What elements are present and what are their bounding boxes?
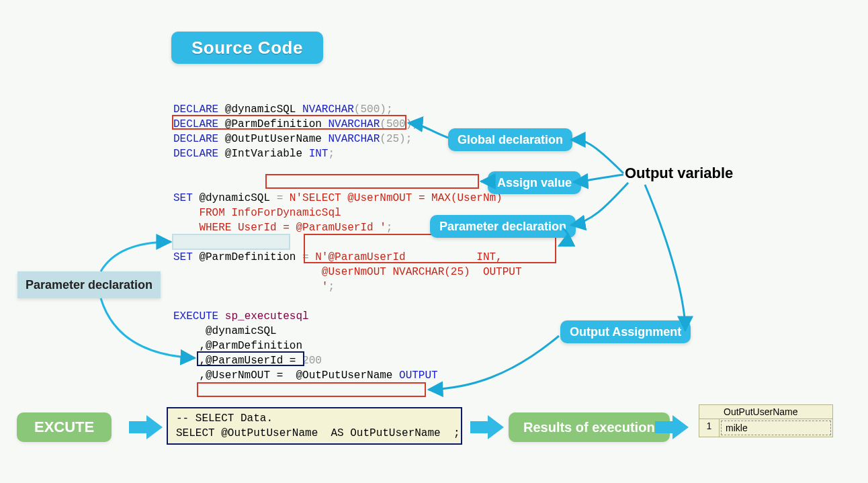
results-badge: Results of execution xyxy=(509,412,670,442)
badge-output-assignment: Output Assignment xyxy=(560,320,691,343)
badge-global-declaration: Global declaration xyxy=(448,128,572,151)
result-row-index: 1 xyxy=(699,419,720,437)
source-code-title: Source Code xyxy=(171,32,323,64)
result-table: OutPutUserName 1 mikle xyxy=(699,404,833,437)
badge-assign-value: Assign value xyxy=(488,171,581,194)
result-row-value: mikle xyxy=(721,421,831,435)
label-parameter-declaration-left: Parameter declaration xyxy=(17,271,161,298)
execute-badge: EXCUTE xyxy=(17,412,112,442)
result-header: OutPutUserName xyxy=(720,405,832,419)
badge-parameter-declaration: Parameter declaration xyxy=(430,215,576,238)
label-output-variable: Output variable xyxy=(625,165,733,182)
diagram-stage: Source Code DECLARE @dynamicSQL NVARCHAR… xyxy=(0,0,868,483)
select-statement-box: -- SELECT Data. SELECT @OutPutUserName A… xyxy=(167,407,462,445)
